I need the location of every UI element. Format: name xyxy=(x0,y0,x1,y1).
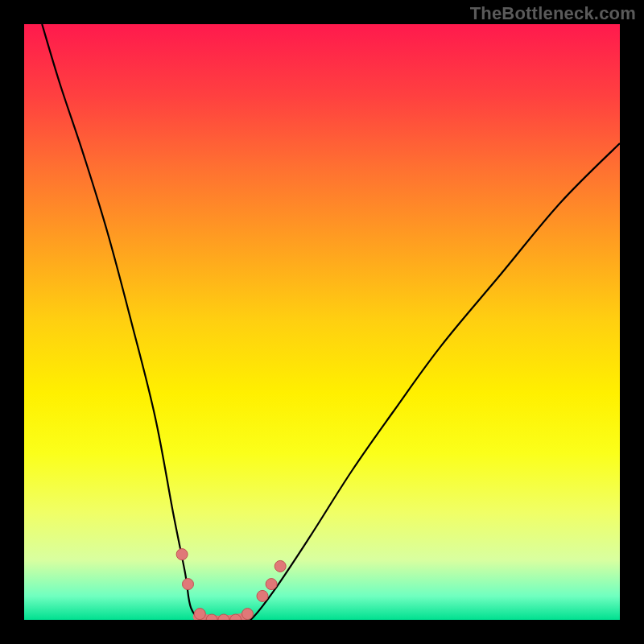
data-marker xyxy=(266,579,277,590)
data-marker xyxy=(218,614,229,620)
chart-frame: TheBottleneck.com xyxy=(0,0,644,644)
watermark-text: TheBottleneck.com xyxy=(470,3,636,24)
marker-group xyxy=(176,549,286,620)
data-marker xyxy=(275,560,286,572)
plot-area xyxy=(24,24,620,620)
data-marker xyxy=(176,549,188,560)
data-marker xyxy=(257,590,268,601)
data-marker xyxy=(183,579,194,590)
bottleneck-curve xyxy=(42,24,620,620)
data-marker xyxy=(242,609,254,620)
curve-svg xyxy=(24,24,620,620)
data-marker xyxy=(194,609,205,620)
